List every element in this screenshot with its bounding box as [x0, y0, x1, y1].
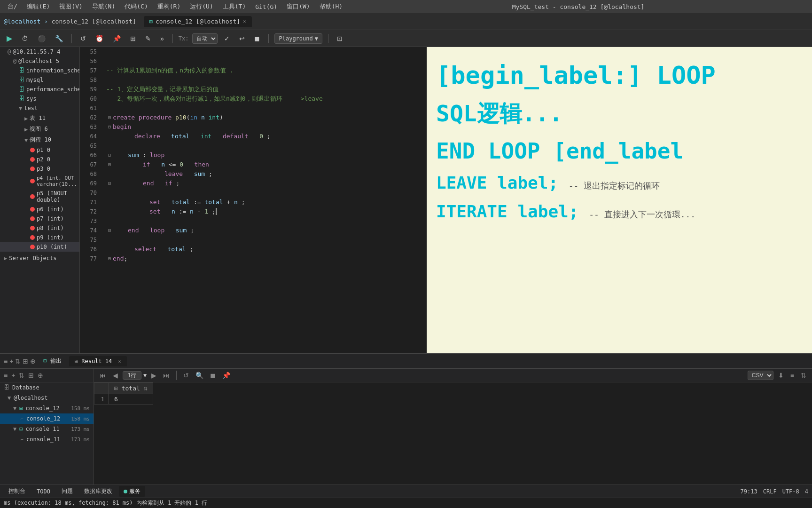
sidebar-tables[interactable]: ▶ 表 11	[0, 113, 79, 124]
sidebar-p8[interactable]: p8 (int)	[0, 223, 79, 233]
history-settings-btn[interactable]: ≡	[4, 372, 8, 379]
sidebar-procedures[interactable]: ▼ 例程 10	[0, 135, 79, 145]
footer-tab-todo[interactable]: TODO	[32, 487, 55, 496]
menu-item-code[interactable]: 代码(C)	[121, 1, 151, 12]
bottom-sort-btn[interactable]: ⇅	[15, 357, 21, 365]
more-button[interactable]: »	[157, 33, 167, 44]
tab-result14[interactable]: ⊞ Result 14 ×	[69, 356, 127, 366]
edit-button[interactable]: ✎	[142, 33, 154, 44]
sidebar-p7[interactable]: p7 (int)	[0, 214, 79, 223]
menu-item-git[interactable]: Git(G)	[251, 2, 281, 11]
filter-btn[interactable]: ≡	[789, 371, 796, 380]
layout-button[interactable]: ⊡	[334, 33, 345, 44]
fold-icon-69[interactable]: ⊟	[106, 180, 113, 187]
fold-icon-63[interactable]: ⊟	[106, 124, 113, 130]
stop-button[interactable]: ◼	[251, 33, 263, 44]
col-sort-icon[interactable]: ⇅	[144, 385, 148, 392]
footer-tab-db-changes[interactable]: 数据库更改	[79, 486, 117, 497]
menu-item-view[interactable]: 视图(V)	[55, 1, 86, 12]
sidebar-p1[interactable]: p1 0	[0, 145, 79, 155]
run-button[interactable]: ▶	[4, 32, 15, 44]
tab-close-icon[interactable]: ×	[243, 18, 246, 24]
timer-button[interactable]: ⏱	[19, 33, 31, 44]
history-new-btn[interactable]: ⊕	[38, 372, 43, 379]
grid-button[interactable]: ⊞	[127, 33, 139, 44]
menu-item-window[interactable]: 窗口(W)	[283, 1, 313, 12]
result-close-icon[interactable]: ×	[118, 359, 121, 364]
localhost-header[interactable]: ▼ @localhost	[0, 393, 94, 403]
search-result-btn[interactable]: 🔍	[194, 371, 205, 380]
col-total-header[interactable]: ⊞ total ⇅	[109, 383, 153, 394]
menu-item-refactor[interactable]: 重构(R)	[154, 1, 184, 12]
sidebar-p2[interactable]: p2 0	[0, 155, 79, 164]
pin-button[interactable]: 📌	[110, 33, 124, 44]
sidebar-views[interactable]: ▶ 视图 6	[0, 124, 79, 135]
history-plus-btn[interactable]: ⊞	[28, 372, 34, 379]
database-header[interactable]: 🗄 Database	[0, 382, 94, 393]
bottom-settings-btn[interactable]: ≡	[4, 357, 8, 365]
sidebar-information-schema[interactable]: 🗄 information_schema	[0, 66, 79, 75]
menu-item-edit[interactable]: 编辑(E)	[23, 1, 54, 12]
csv-format-select[interactable]: CSV	[748, 371, 773, 380]
sidebar-p3[interactable]: p3 0	[0, 164, 79, 174]
commit-button[interactable]: ✓	[221, 33, 233, 44]
last-page-btn[interactable]: ⏭	[161, 371, 172, 380]
sidebar-p4[interactable]: p4 (int, OUT varchar(10...	[0, 174, 79, 189]
menu-item-run[interactable]: 运行(U)	[186, 1, 217, 12]
bottom-plus-btn[interactable]: ⊞	[23, 357, 28, 365]
menu-item-tools[interactable]: 工具(T)	[219, 1, 250, 12]
console11-sub-item[interactable]: ⌐ console_11 173 ms	[0, 434, 94, 444]
refresh-button[interactable]: ↺	[78, 33, 89, 44]
fold-icon-74[interactable]: ⊟	[106, 227, 113, 234]
fold-icon-66[interactable]: ⊟	[106, 152, 113, 159]
bottom-new-btn[interactable]: ⊕	[30, 357, 36, 365]
stop-result-btn[interactable]: ◼	[208, 371, 218, 380]
console11-item[interactable]: ▼ ⊟ console_11 173 ms	[0, 424, 94, 434]
sidebar-p9[interactable]: p9 (int)	[0, 233, 79, 242]
leave-label: LEAVE label; -- 退出指定标记的循环	[436, 173, 803, 192]
bottom-add-btn[interactable]: +	[9, 357, 13, 365]
sidebar-localhost[interactable]: @ @localhost 5	[0, 56, 79, 66]
export-btn[interactable]: ⬇	[776, 371, 786, 380]
sort-btn[interactable]: ⇅	[799, 371, 808, 380]
footer-tab-console[interactable]: 控制台	[4, 486, 30, 497]
footer-tab-service[interactable]: 服务	[119, 486, 145, 497]
sidebar-p6[interactable]: p6 (int)	[0, 205, 79, 214]
step-button[interactable]: 🔧	[52, 33, 66, 44]
history-button[interactable]: ⏰	[93, 33, 106, 44]
tab-output[interactable]: ⊞ 输出	[38, 355, 67, 367]
tab-console12[interactable]: ⊞ console_12 [@localhost] ×	[144, 16, 252, 27]
sidebar-test[interactable]: ▼ test	[0, 103, 79, 113]
console12-item[interactable]: ▼ ⊟ console_12 158 ms	[0, 403, 94, 413]
code-content[interactable]: -- 计算从1累加到n的值，n为传入的参数值 . -- 1、定义局部变量，记录累…	[102, 47, 427, 353]
first-page-btn[interactable]: ⏮	[98, 371, 108, 380]
footer-tab-problems[interactable]: 问题	[57, 486, 78, 497]
code-line-68: leave sum ;	[106, 169, 423, 179]
history-sort-btn[interactable]: ⇅	[19, 372, 24, 379]
debug-button[interactable]: ⚫	[35, 33, 48, 44]
next-page-btn[interactable]: ▶	[149, 371, 158, 380]
sidebar-connection[interactable]: @ @10.211.55.7 4	[0, 47, 79, 56]
history-add-btn[interactable]: +	[11, 372, 15, 379]
sidebar-server-objects[interactable]: ▶ Server Objects	[0, 254, 79, 263]
page-input[interactable]	[123, 371, 141, 380]
sidebar-p5[interactable]: p5 (INOUT double)	[0, 189, 79, 205]
fold-icon-77[interactable]: ⊟	[106, 255, 113, 262]
menu-item-help[interactable]: 帮助(H)	[316, 1, 346, 12]
fold-icon-67[interactable]: ⊟	[106, 161, 113, 168]
menu-item-nav[interactable]: 导航(N)	[88, 1, 119, 12]
sidebar-performance-schema[interactable]: 🗄 performance_schema	[0, 85, 79, 94]
sidebar-p10[interactable]: p10 (int)	[0, 242, 79, 252]
sidebar-sys[interactable]: 🗄 sys	[0, 94, 79, 103]
console12-sub-item[interactable]: ⌐ console_12 158 ms	[0, 413, 94, 424]
tx-select[interactable]: 自动	[192, 33, 218, 44]
per-page-arrow[interactable]: ▼	[143, 372, 147, 379]
fold-icon-62[interactable]: ⊟	[106, 114, 113, 121]
menu-item-home[interactable]: 台/	[4, 1, 21, 12]
rollback-button[interactable]: ↩	[236, 33, 248, 44]
sidebar-mysql[interactable]: 🗄 mysql	[0, 75, 79, 85]
refresh-result-btn[interactable]: ↺	[181, 371, 191, 380]
playground-button[interactable]: Playground ▼	[274, 33, 322, 44]
pin-result-btn[interactable]: 📌	[220, 371, 232, 380]
prev-page-btn[interactable]: ◀	[111, 371, 120, 380]
